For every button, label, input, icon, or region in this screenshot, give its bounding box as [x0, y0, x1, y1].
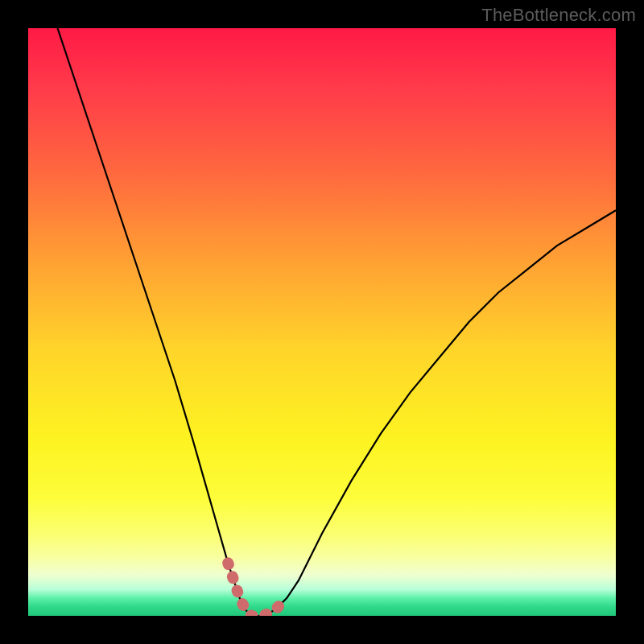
chart-plot-area — [28, 28, 616, 616]
bottleneck-curve — [58, 28, 617, 616]
curve-path — [58, 28, 617, 616]
chart-svg — [28, 28, 616, 616]
valley-highlight — [228, 563, 287, 616]
watermark-text: TheBottleneck.com — [481, 5, 636, 26]
chart-frame: TheBottleneck.com — [0, 0, 644, 644]
highlight-path — [228, 563, 287, 616]
